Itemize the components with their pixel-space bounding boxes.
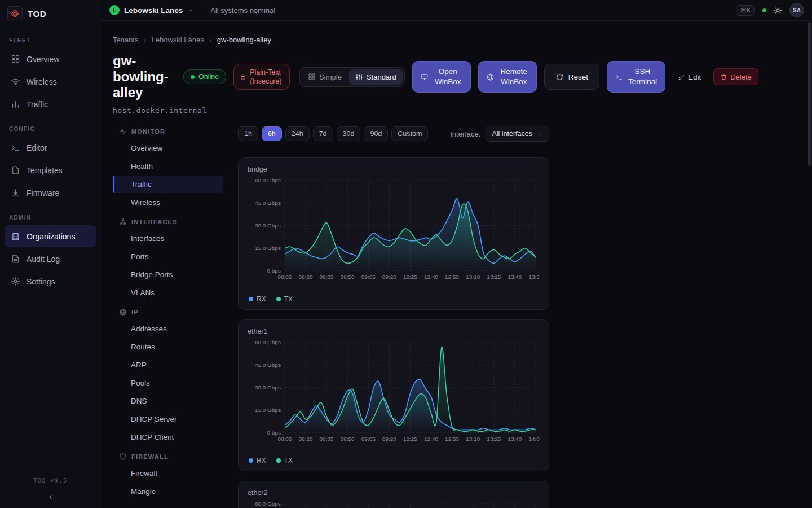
subnav-section-label: FIREWALL [131,453,169,460]
app-name: TOD [28,9,46,19]
scrollbar-thumb[interactable] [808,22,811,166]
range-6h-button[interactable]: 6h [262,126,282,141]
legend-item-tx[interactable]: TX [276,457,293,465]
subnav-item-addresses[interactable]: Addresses [113,320,223,338]
sidebar-item-settings[interactable]: Settings [5,270,96,292]
subnav-item-bridge-ports[interactable]: Bridge Ports [113,266,223,283]
app-version: TOD v9.5 [33,478,67,484]
sidebar-item-editor[interactable]: Editor [5,137,96,159]
traffic-chart: 60.0 Gbps45.0 Gbps30.0 Gbps15.0 Gbps0 bp… [248,498,540,508]
subnav-item-ports[interactable]: Ports [113,248,223,265]
subnav-section-label: MONITOR [131,128,165,135]
legend-item-tx[interactable]: TX [276,295,293,303]
sidebar-item-audit-log[interactable]: Audit Log [5,248,96,270]
subnav-item-dhcp-client[interactable]: DHCP Client [113,428,223,446]
chart-title: ether2 [248,489,540,497]
sidebar-item-firmware[interactable]: Firmware [5,182,96,204]
svg-text:14:00: 14:00 [529,435,540,441]
shield-icon [119,453,127,461]
subnav-item-dns[interactable]: DNS [113,392,223,410]
subnav-item-dhcp-server[interactable]: DHCP Server [113,410,223,428]
svg-text:09:20: 09:20 [382,274,396,280]
interface-label: Interface: [450,130,480,138]
health-dot-icon [762,8,766,12]
remote-winbox-button[interactable]: Remote WinBox [478,61,537,93]
subnav-item-mangle[interactable]: Mangle [113,483,223,500]
open-winbox-button[interactable]: Open WinBox [412,61,471,93]
sidebar-section-config: CONFIG [0,116,101,136]
subnav-section-monitor: MONITOR [113,121,223,139]
command-palette-shortcut[interactable]: ⌘K [736,5,755,16]
subnav-item-health[interactable]: Health [113,157,223,175]
svg-text:15.0 Gbps: 15.0 Gbps [255,407,281,413]
subnav-item-vlans[interactable]: VLANs [113,284,223,301]
subnav-item-traffic[interactable]: Traffic [113,176,223,193]
globe-icon [486,73,495,81]
breadcrumb-tenant[interactable]: Lebowski Lanes [152,36,204,44]
range-30d-button[interactable]: 30d [337,126,361,141]
legend-item-rx[interactable]: RX [249,457,266,465]
online-status-badge: Online [183,69,226,84]
sidebar-item-label: Organizations [27,232,75,241]
mode-simple-button[interactable]: Simple [302,69,348,85]
subnav-item-arp[interactable]: ARP [113,356,223,374]
range-1h-button[interactable]: 1h [238,126,258,141]
main-content: Tenants › Lebowski Lanes › gw-bowling-al… [102,21,812,508]
monitor-icon [420,73,429,81]
subnav-item-pools[interactable]: Pools [113,374,223,392]
mode-standard-button[interactable]: Standard [349,69,403,85]
svg-text:08:50: 08:50 [341,274,355,280]
terminal-icon [11,143,20,152]
ssh-terminal-button[interactable]: SSH Terminal [607,61,665,93]
range-90d-button[interactable]: 90d [364,126,388,141]
theme-toggle-sun-icon[interactable] [774,6,782,15]
sidebar-item-overview[interactable]: Overview [5,48,96,70]
breadcrumb: Tenants › Lebowski Lanes › gw-bowling-al… [113,36,812,44]
interface-select[interactable]: All interfaces [486,126,549,142]
content-row: MONITOR OverviewHealthTrafficWireless IN… [113,121,812,508]
breadcrumb-tenants[interactable]: Tenants [113,36,139,44]
device-subnav: MONITOR OverviewHealthTrafficWireless IN… [113,121,223,501]
subnav-item-wireless[interactable]: Wireless [113,194,223,211]
tenant-switcher[interactable]: L Lebowski Lanes [109,5,194,15]
mode-simple-label: Simple [319,73,342,81]
subnav-item-overview[interactable]: Overview [113,139,223,157]
sidebar-item-wireless[interactable]: Wireless [5,71,96,93]
range-custom-button[interactable]: Custom [391,126,428,141]
sidebar-item-organizations[interactable]: Organizations [5,225,96,247]
sidebar-nav: FLEET Overview Wireless Traffic CONFIG E… [0,27,101,293]
sidebar-item-traffic[interactable]: Traffic [5,93,96,115]
file-icon [11,165,20,175]
reset-button[interactable]: Reset [544,64,599,90]
sidebar-collapse-button[interactable]: ‹ [49,492,52,501]
app-logo[interactable]: TOD [0,0,101,27]
svg-text:12:40: 12:40 [424,274,438,280]
chevron-right-icon: › [209,36,212,44]
sidebar-item-label: Editor [27,143,47,152]
subnav-section-interfaces: INTERFACES [113,212,223,229]
svg-text:30.0 Gbps: 30.0 Gbps [255,384,281,391]
sidebar-item-templates[interactable]: Templates [5,159,96,181]
range-7d-button[interactable]: 7d [313,126,333,141]
chart-card-ether1: ether1 60.0 Gbps45.0 Gbps30.0 Gbps15.0 G… [238,319,549,472]
svg-text:45.0 Gbps: 45.0 Gbps [255,362,281,368]
user-avatar[interactable]: SA [789,3,804,17]
ssh-terminal-label: SSH Terminal [628,67,657,87]
subnav-section-label: INTERFACES [131,218,178,225]
edit-button[interactable]: Edit [673,69,706,85]
chart-title: bridge [248,165,540,173]
subnav-item-routes[interactable]: Routes [113,338,223,356]
topbar-left: L Lebowski Lanes All systems nominal [109,5,275,15]
time-range-group: 1h6h24h7d30d90dCustom [238,126,428,141]
chart-legend: RX TX [248,291,540,304]
subnav-item-firewall[interactable]: Firewall [113,465,223,482]
svg-text:12:25: 12:25 [403,274,417,280]
grid-icon [308,73,316,81]
legend-item-rx[interactable]: RX [249,295,266,303]
svg-text:08:20: 08:20 [299,274,313,280]
legend-dot-icon [249,297,253,301]
range-24h-button[interactable]: 24h [285,126,310,141]
delete-button[interactable]: Delete [713,68,758,85]
interface-select-value: All interfaces [492,130,532,138]
subnav-item-interfaces[interactable]: Interfaces [113,230,223,247]
